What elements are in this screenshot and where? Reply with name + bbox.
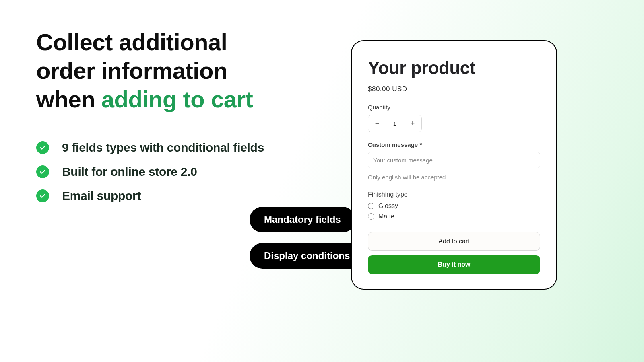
quantity-increment-button[interactable]: + — [404, 115, 421, 132]
finishing-option-matte[interactable]: Matte — [368, 213, 540, 220]
headline-line2: order information — [36, 58, 227, 84]
add-to-cart-button[interactable]: Add to cart — [368, 232, 540, 251]
radio-icon — [368, 203, 374, 209]
custom-message-helper: Only english will be accepted — [368, 174, 540, 181]
custom-message-input[interactable] — [368, 152, 540, 168]
product-price: $80.00 USD — [368, 85, 540, 93]
feature-text: Built for online store 2.0 — [62, 165, 197, 179]
quantity-decrement-button[interactable]: − — [368, 115, 386, 132]
quantity-value: 1 — [386, 120, 404, 127]
finishing-option-label: Matte — [378, 213, 394, 220]
quantity-label: Quantity — [368, 104, 540, 111]
feature-list: 9 fields types with conditional fields B… — [36, 141, 298, 203]
headline-accent: adding to cart — [101, 86, 253, 112]
feature-text: 9 fields types with conditional fields — [62, 141, 264, 154]
custom-message-label: Custom message * — [368, 141, 540, 148]
quantity-stepper: − 1 + — [368, 115, 422, 132]
finishing-option-glossy[interactable]: Glossy — [368, 202, 540, 210]
headline-line3a: when — [36, 86, 101, 112]
hero-left: Collect additional order information whe… — [36, 28, 298, 203]
feature-item: Built for online store 2.0 — [36, 165, 298, 179]
check-icon — [36, 141, 49, 154]
pill-mandatory-fields: Mandatory fields — [250, 207, 355, 232]
finishing-option-label: Glossy — [378, 202, 398, 210]
product-title: Your product — [368, 58, 540, 78]
headline-line1: Collect additional — [36, 29, 227, 55]
pill-display-conditions: Display conditions — [250, 243, 364, 269]
feature-item: Email support — [36, 189, 298, 203]
feature-text: Email support — [62, 189, 141, 203]
buy-now-button[interactable]: Buy it now — [368, 255, 540, 274]
check-icon — [36, 165, 49, 178]
finishing-type-label: Finishing type — [368, 191, 540, 198]
hero-headline: Collect additional order information whe… — [36, 28, 298, 113]
product-card: Your product $80.00 USD Quantity − 1 + C… — [351, 40, 557, 290]
feature-item: 9 fields types with conditional fields — [36, 141, 298, 154]
check-icon — [36, 189, 49, 202]
radio-icon — [368, 213, 374, 220]
